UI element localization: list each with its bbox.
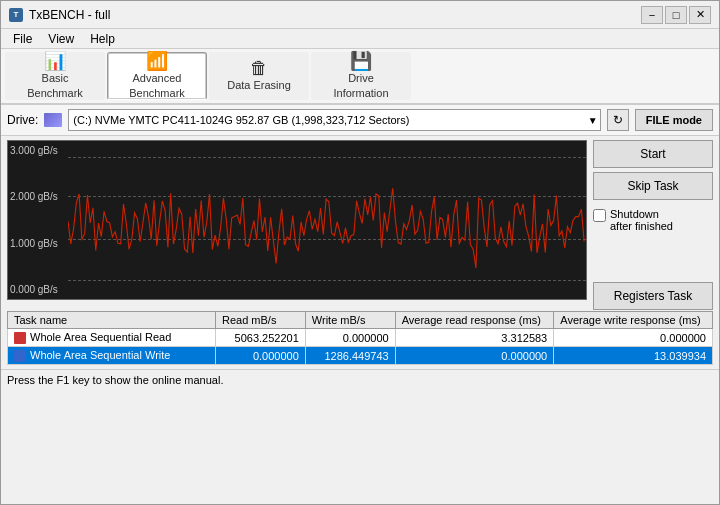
drive-select[interactable]: (C:) NVMe YMTC PC411-1024G 952.87 GB (1,… — [69, 110, 599, 130]
drive-label: Drive: — [7, 113, 38, 127]
advanced-benchmark-label: Advanced — [133, 72, 182, 85]
advanced-benchmark-icon: 📶 — [146, 52, 168, 70]
benchmark-table: Task name Read mB/s Write mB/s Average r… — [7, 311, 713, 365]
app-icon: T — [9, 8, 23, 22]
basic-benchmark-label2: Benchmark — [27, 87, 83, 100]
cell-write: 0.000000 — [305, 329, 395, 347]
y-label-0: 0.000 gB/s — [10, 284, 66, 295]
menu-view[interactable]: View — [40, 30, 82, 48]
y-label-3: 3.000 gB/s — [10, 145, 66, 156]
chart-area: 3.000 gB/s 2.000 gB/s 1.000 gB/s 0.000 g… — [7, 140, 587, 300]
cell-avg-read: 3.312583 — [395, 329, 554, 347]
drive-info-label2: Information — [333, 87, 388, 100]
y-label-1: 1.000 gB/s — [10, 238, 66, 249]
data-erasing-icon: 🗑 — [250, 59, 268, 77]
advanced-benchmark-label2: Benchmark — [129, 87, 185, 100]
basic-benchmark-icon: 📊 — [44, 52, 66, 70]
shutdown-row: Shutdownafter finished — [593, 208, 713, 232]
basic-benchmark-label: Basic — [42, 72, 69, 85]
drive-select-wrapper[interactable]: (C:) NVMe YMTC PC411-1024G 952.87 GB (1,… — [68, 109, 600, 131]
cell-avg-write: 13.039934 — [554, 347, 713, 365]
drive-info-icon: 💾 — [350, 52, 372, 70]
menu-file[interactable]: File — [5, 30, 40, 48]
shutdown-checkbox[interactable] — [593, 209, 606, 222]
data-erasing-label: Data Erasing — [227, 79, 291, 92]
col-avg-read: Average read response (ms) — [395, 312, 554, 329]
tab-basic-benchmark[interactable]: 📊 Basic Benchmark — [5, 52, 105, 100]
close-button[interactable]: ✕ — [689, 6, 711, 24]
chart-waveform — [68, 141, 586, 299]
tab-data-erasing[interactable]: 🗑 Data Erasing — [209, 52, 309, 100]
right-panel: Start Skip Task Shutdownafter finished R… — [593, 140, 713, 310]
maximize-button[interactable]: □ — [665, 6, 687, 24]
table-row[interactable]: Whole Area Sequential Write 0.000000 128… — [8, 347, 713, 365]
drive-row: Drive: (C:) NVMe YMTC PC411-1024G 952.87… — [1, 105, 719, 136]
status-text: Press the F1 key to show the online manu… — [7, 374, 223, 386]
cell-write: 1286.449743 — [305, 347, 395, 365]
menu-help[interactable]: Help — [82, 30, 123, 48]
table-section: Task name Read mB/s Write mB/s Average r… — [1, 311, 719, 369]
tab-advanced-benchmark[interactable]: 📶 Advanced Benchmark — [107, 52, 207, 100]
read-icon — [14, 332, 26, 344]
cell-task-name: Whole Area Sequential Write — [8, 347, 216, 365]
y-label-2: 2.000 gB/s — [10, 191, 66, 202]
cell-avg-write: 0.000000 — [554, 329, 713, 347]
cell-read: 5063.252201 — [216, 329, 306, 347]
start-button[interactable]: Start — [593, 140, 713, 168]
table-row[interactable]: Whole Area Sequential Read 5063.252201 0… — [8, 329, 713, 347]
chart-and-panel: 3.000 gB/s 2.000 gB/s 1.000 gB/s 0.000 g… — [1, 136, 719, 311]
write-icon — [14, 350, 26, 362]
col-read: Read mB/s — [216, 312, 306, 329]
col-write: Write mB/s — [305, 312, 395, 329]
status-bar: Press the F1 key to show the online manu… — [1, 369, 719, 389]
title-bar: T TxBENCH - full − □ ✕ — [1, 1, 719, 29]
drive-device-icon — [44, 113, 62, 127]
menu-bar: File View Help — [1, 29, 719, 49]
drive-info-label: Drive — [348, 72, 374, 85]
toolbar: 📊 Basic Benchmark 📶 Advanced Benchmark 🗑… — [1, 49, 719, 105]
skip-task-button[interactable]: Skip Task — [593, 172, 713, 200]
col-avg-write: Average write response (ms) — [554, 312, 713, 329]
cell-read: 0.000000 — [216, 347, 306, 365]
window-title: TxBENCH - full — [29, 8, 110, 22]
col-task-name: Task name — [8, 312, 216, 329]
minimize-button[interactable]: − — [641, 6, 663, 24]
registers-task-button[interactable]: Registers Task — [593, 282, 713, 310]
shutdown-label: Shutdownafter finished — [610, 208, 673, 232]
chart-y-labels: 3.000 gB/s 2.000 gB/s 1.000 gB/s 0.000 g… — [8, 141, 68, 299]
drive-refresh-button[interactable]: ↻ — [607, 109, 629, 131]
cell-avg-read: 0.000000 — [395, 347, 554, 365]
tab-drive-info[interactable]: 💾 Drive Information — [311, 52, 411, 100]
cell-task-name: Whole Area Sequential Read — [8, 329, 216, 347]
file-mode-button[interactable]: FILE mode — [635, 109, 713, 131]
